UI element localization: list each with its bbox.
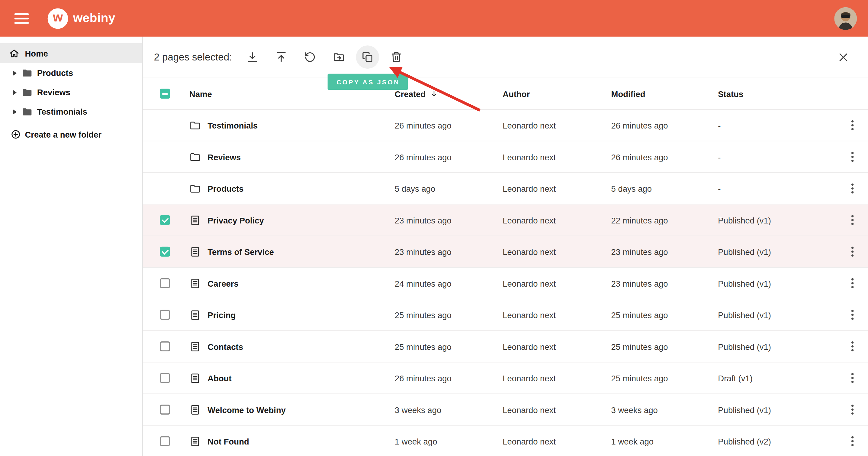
file-icon <box>189 435 201 447</box>
row-menu-button[interactable] <box>847 212 858 228</box>
row-created: 26 minutes ago <box>395 121 502 130</box>
copy-icon <box>362 51 374 63</box>
row-checkbox[interactable] <box>160 405 170 415</box>
table-row[interactable]: Products 5 days ago Leonardo next 5 days… <box>143 173 868 204</box>
history-button[interactable] <box>299 45 322 69</box>
row-checkbox[interactable] <box>160 247 170 257</box>
download-icon <box>246 51 258 63</box>
row-menu-button[interactable] <box>847 148 858 165</box>
table-row[interactable]: Pricing 25 minutes ago Leonardo next 25 … <box>143 300 868 331</box>
row-checkbox[interactable] <box>160 436 170 446</box>
row-created: 26 minutes ago <box>395 152 502 162</box>
folder-icon <box>22 106 33 117</box>
row-modified: 25 minutes ago <box>611 342 718 351</box>
row-name: Careers <box>208 279 238 288</box>
row-status: Published (v1) <box>718 215 837 225</box>
download-button[interactable] <box>241 45 264 69</box>
selection-toolbar: 2 pages selected: <box>143 36 868 78</box>
row-status: - <box>718 152 837 162</box>
move-to-folder-icon <box>333 51 345 63</box>
sidebar-item-label: Products <box>37 68 73 78</box>
row-created: 1 week ago <box>395 436 502 446</box>
close-selection-button[interactable] <box>833 47 854 68</box>
row-checkbox[interactable] <box>160 373 170 383</box>
row-status: Published (v2) <box>718 436 837 446</box>
file-icon <box>189 309 201 320</box>
row-author: Leonardo next <box>502 247 611 256</box>
table-row[interactable]: Contacts 25 minutes ago Leonardo next 25… <box>143 331 868 362</box>
table-row[interactable]: About 26 minutes ago Leonardo next 25 mi… <box>143 363 868 394</box>
row-created: 26 minutes ago <box>395 373 502 382</box>
row-author: Leonardo next <box>502 152 611 162</box>
row-author: Leonardo next <box>502 279 611 288</box>
menu-button[interactable] <box>14 13 29 24</box>
row-created: 24 minutes ago <box>395 279 502 288</box>
table-row[interactable]: Testimonials 26 minutes ago Leonardo nex… <box>143 110 868 141</box>
table-row[interactable]: Terms of Service 23 minutes ago Leonardo… <box>143 236 868 267</box>
row-menu-button[interactable] <box>847 370 858 387</box>
row-modified: 23 minutes ago <box>611 279 718 288</box>
selection-count: 2 pages selected: <box>154 51 232 63</box>
row-status: Published (v1) <box>718 405 837 414</box>
row-menu-button[interactable] <box>847 180 858 197</box>
row-menu-button[interactable] <box>847 433 858 449</box>
row-status: Published (v1) <box>718 247 837 256</box>
row-name: Contacts <box>208 342 243 351</box>
hamburger-icon <box>14 13 29 15</box>
row-menu-button[interactable] <box>847 275 858 291</box>
chevron-right-icon <box>11 69 17 76</box>
row-menu-button[interactable] <box>847 401 858 418</box>
folder-icon <box>189 119 201 131</box>
file-icon <box>189 372 201 384</box>
folder-icon <box>189 151 201 162</box>
avatar[interactable] <box>834 7 857 30</box>
row-modified: 3 weeks ago <box>611 405 718 414</box>
row-created: 25 minutes ago <box>395 342 502 351</box>
upload-icon <box>275 51 287 63</box>
sidebar-item-reviews[interactable]: Reviews <box>0 83 142 102</box>
chevron-right-icon <box>11 108 17 115</box>
column-header-modified: Modified <box>611 89 718 98</box>
table-row[interactable]: Careers 24 minutes ago Leonardo next 23 … <box>143 267 868 299</box>
row-modified: 25 minutes ago <box>611 373 718 382</box>
row-checkbox[interactable] <box>160 341 170 351</box>
copy-as-json-tooltip: COPY AS JSON <box>328 74 408 90</box>
content: 2 pages selected: <box>143 36 868 456</box>
plus-circle-icon <box>10 129 21 139</box>
row-menu-button[interactable] <box>847 338 858 355</box>
column-header-status: Status <box>718 89 837 98</box>
sidebar-item-label: Testimonials <box>37 107 87 116</box>
row-name: Products <box>208 184 243 193</box>
row-status: Draft (v1) <box>718 373 837 382</box>
create-folder-label: Create a new folder <box>25 130 101 139</box>
row-menu-button[interactable] <box>847 244 858 260</box>
table-row[interactable]: Privacy Policy 23 minutes ago Leonardo n… <box>143 204 868 236</box>
delete-button[interactable] <box>385 45 408 69</box>
create-folder-button[interactable]: Create a new folder <box>0 124 142 144</box>
upload-button[interactable] <box>270 45 293 69</box>
row-menu-button[interactable] <box>847 307 858 323</box>
column-header-created[interactable]: Created <box>395 89 502 98</box>
brand-wordmark: webiny <box>73 11 115 26</box>
table-row[interactable]: Not Found 1 week ago Leonardo next 1 wee… <box>143 426 868 456</box>
row-modified: 5 days ago <box>611 184 718 193</box>
sidebar-item-home[interactable]: Home <box>0 43 142 63</box>
row-checkbox[interactable] <box>160 215 170 225</box>
select-all-checkbox[interactable] <box>160 89 170 98</box>
row-author: Leonardo next <box>502 373 611 382</box>
row-author: Leonardo next <box>502 215 611 225</box>
row-checkbox[interactable] <box>160 278 170 288</box>
sidebar-item-label: Home <box>25 48 48 58</box>
row-checkbox[interactable] <box>160 310 170 320</box>
sort-desc-icon <box>430 89 438 98</box>
row-name: Reviews <box>208 152 241 162</box>
copy-button[interactable]: COPY AS JSON <box>356 45 379 69</box>
table-row[interactable]: Welcome to Webiny 3 weeks ago Leonardo n… <box>143 394 868 425</box>
sidebar-item-products[interactable]: Products <box>0 63 142 83</box>
row-menu-button[interactable] <box>847 117 858 134</box>
move-to-folder-button[interactable] <box>327 45 350 69</box>
sidebar-item-testimonials[interactable]: Testimonials <box>0 102 142 121</box>
row-created: 5 days ago <box>395 184 502 193</box>
table-row[interactable]: Reviews 26 minutes ago Leonardo next 26 … <box>143 141 868 173</box>
row-name: Privacy Policy <box>208 215 264 225</box>
